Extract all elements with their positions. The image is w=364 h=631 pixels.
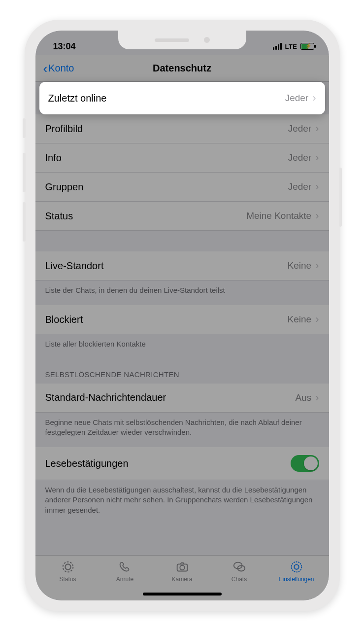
front-camera xyxy=(204,37,210,43)
row-label: Lesebestätigungen xyxy=(45,458,129,469)
chevron-right-icon: › xyxy=(315,180,319,193)
speaker-grille xyxy=(155,38,189,42)
row-label: Info xyxy=(45,152,62,164)
status-time: 13:04 xyxy=(53,41,76,52)
read-receipts-toggle[interactable] xyxy=(291,455,319,472)
live-location-footer: Liste der Chats, in denen du deinen Live… xyxy=(35,280,329,305)
row-last-seen[interactable]: Zuletzt online Jeder › xyxy=(39,82,325,114)
home-indicator[interactable] xyxy=(143,593,222,596)
row-value: Jeder xyxy=(288,181,312,192)
read-receipts-footer: Wenn du die Lesebestätigungen ausschalte… xyxy=(35,480,329,525)
svg-point-7 xyxy=(291,562,301,572)
chevron-right-icon: › xyxy=(315,151,319,164)
section-header-disappearing: SELBSTLÖSCHENDE NACHRICHTEN xyxy=(35,359,329,384)
tab-label: Einstellungen xyxy=(278,576,314,583)
chevron-right-icon: › xyxy=(315,210,319,222)
message-timer-footer: Beginne neue Chats mit selbstlöschenden … xyxy=(35,413,329,448)
phone-frame: 13:04 LTE ⚡ ‹ Konto Datenschutz Zul xyxy=(25,20,340,611)
row-value: Jeder xyxy=(288,152,312,163)
chevron-left-icon: ‹ xyxy=(43,62,48,75)
chevron-right-icon: › xyxy=(315,391,319,404)
row-label: Status xyxy=(45,210,73,222)
gear-icon xyxy=(289,560,304,574)
row-label: Live-Standort xyxy=(45,260,104,272)
back-button[interactable]: ‹ Konto xyxy=(43,62,74,75)
row-label: Gruppen xyxy=(45,181,84,193)
volume-down-button xyxy=(23,202,26,242)
mute-switch xyxy=(23,118,26,138)
row-status[interactable]: Status Meine Kontakte› xyxy=(35,202,329,231)
status-ring-icon xyxy=(61,560,75,574)
notch xyxy=(118,31,246,49)
row-label: Standard-Nachrichtendauer xyxy=(45,392,166,403)
camera-icon xyxy=(175,560,190,574)
svg-point-3 xyxy=(180,565,184,570)
screen: 13:04 LTE ⚡ ‹ Konto Datenschutz Zul xyxy=(35,31,329,600)
row-value: Jeder xyxy=(288,123,312,134)
chevron-right-icon: › xyxy=(315,122,319,135)
tab-camera[interactable]: Kamera xyxy=(154,560,211,583)
chat-bubbles-icon xyxy=(232,560,247,574)
row-value: Jeder xyxy=(285,93,309,104)
svg-point-6 xyxy=(294,564,298,569)
row-value: Keine xyxy=(288,314,312,325)
tab-chats[interactable]: Chats xyxy=(211,560,268,583)
back-label: Konto xyxy=(48,63,74,74)
tab-label: Chats xyxy=(232,576,247,583)
volume-up-button xyxy=(23,153,26,192)
svg-point-1 xyxy=(65,564,70,569)
power-button xyxy=(339,168,342,227)
row-live-location[interactable]: Live-Standort Keine› xyxy=(35,251,329,280)
cellular-signal-icon xyxy=(273,43,282,50)
row-profile-photo[interactable]: Profilbild Jeder› xyxy=(35,114,329,143)
row-blocked[interactable]: Blockiert Keine› xyxy=(35,305,329,334)
row-value: Aus xyxy=(295,392,311,403)
row-value: Meine Kontakte xyxy=(246,210,311,221)
blocked-footer: Liste aller blockierten Kontakte xyxy=(35,334,329,359)
tab-calls[interactable]: Anrufe xyxy=(97,560,154,583)
tab-label: Anrufe xyxy=(116,576,133,583)
row-groups[interactable]: Gruppen Jeder› xyxy=(35,173,329,202)
tab-label: Status xyxy=(59,576,76,583)
tab-label: Kamera xyxy=(171,576,192,583)
chevron-right-icon: › xyxy=(312,92,316,105)
page-title: Datenschutz xyxy=(35,63,329,74)
network-label: LTE xyxy=(285,43,297,50)
tab-settings[interactable]: Einstellungen xyxy=(268,560,325,583)
row-read-receipts: Lesebestätigungen xyxy=(35,447,329,480)
row-info[interactable]: Info Jeder› xyxy=(35,143,329,173)
row-value: Keine xyxy=(288,260,312,271)
chevron-right-icon: › xyxy=(315,313,319,326)
row-default-message-timer[interactable]: Standard-Nachrichtendauer Aus› xyxy=(35,384,329,413)
settings-content: Zuletzt online Jeder › Profilbild Jeder›… xyxy=(35,82,329,525)
phone-icon xyxy=(118,560,132,574)
chevron-right-icon: › xyxy=(315,259,319,272)
row-label: Blockiert xyxy=(45,314,83,325)
row-label: Zuletzt online xyxy=(48,93,107,104)
svg-point-0 xyxy=(63,562,73,572)
row-label: Profilbild xyxy=(45,123,83,135)
tab-status[interactable]: Status xyxy=(39,560,97,583)
nav-bar: ‹ Konto Datenschutz xyxy=(35,55,329,82)
battery-icon: ⚡ xyxy=(300,43,314,50)
